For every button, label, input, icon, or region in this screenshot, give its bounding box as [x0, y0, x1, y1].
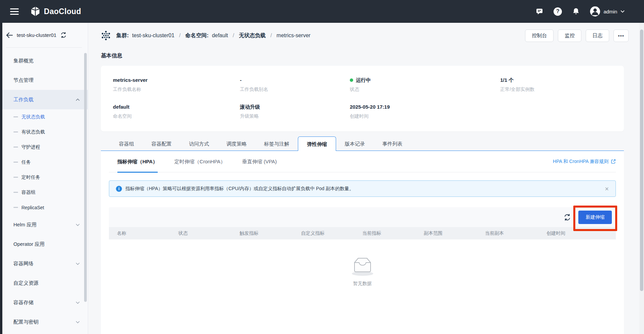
more-actions-button[interactable]: •••	[614, 30, 629, 42]
breadcrumb-namespace-label: 命名空间:	[185, 32, 208, 39]
chevron-down-icon	[76, 263, 80, 265]
external-link-icon	[611, 159, 616, 164]
hamburger-menu-icon[interactable]	[10, 8, 19, 15]
sidebar-item-cronjobs[interactable]: 定时任务	[0, 170, 88, 185]
tab-container-config[interactable]: 容器配置	[143, 136, 180, 151]
hpa-compatibility-link[interactable]: HPA 和 CronHPA 兼容规则	[553, 159, 616, 165]
subtab-cronhpa[interactable]: 定时伸缩（CronHPA）	[175, 151, 226, 172]
breadcrumb-cluster-value[interactable]: test-sku-cluster01	[132, 33, 174, 39]
sidebar-scrollbar[interactable]	[84, 53, 87, 302]
col-trigger-metric: 触发指标	[240, 230, 301, 236]
chevron-down-icon	[76, 321, 80, 323]
sidebar-item-node-management[interactable]: 节点管理	[0, 70, 88, 90]
dash-icon	[13, 116, 18, 117]
sidebar-item-helm-apps[interactable]: Helm 应用	[0, 215, 88, 234]
tab-events[interactable]: 事件列表	[374, 136, 411, 151]
breadcrumb-cluster-label: 集群:	[116, 32, 129, 39]
sidebar-item-pods[interactable]: 容器组	[0, 185, 88, 200]
logs-button[interactable]: 日志	[586, 30, 609, 42]
banner-close-icon[interactable]: ×	[605, 185, 609, 192]
tab-scheduling[interactable]: 调度策略	[218, 136, 255, 151]
sidebar-item-container-network[interactable]: 容器网络	[0, 254, 88, 273]
col-replica-range: 副本范围	[424, 230, 485, 236]
sidebar-item-container-storage[interactable]: 容器存储	[0, 293, 88, 312]
col-created-time: 创建时间	[546, 230, 608, 236]
sidebar-item-custom-resources[interactable]: 自定义资源	[0, 273, 88, 293]
sidebar: test-sku-cluster01 集群概览 节点管理 工作负载 无状态负载 …	[0, 23, 88, 334]
console-button[interactable]: 控制台	[525, 30, 554, 42]
create-scaling-button[interactable]: 新建伸缩	[578, 211, 612, 224]
chevron-up-icon	[76, 99, 80, 101]
detail-tabs: 容器组 容器配置 访问方式 调度策略 标签与注解 弹性伸缩 版本记录 事件列表	[101, 136, 624, 151]
tab-access[interactable]: 访问方式	[180, 136, 218, 151]
breadcrumb: 集群: test-sku-cluster01 / 命名空间: default /…	[101, 31, 311, 41]
sidebar-item-replicasets[interactable]: ReplicaSet	[0, 200, 88, 215]
tab-revisions[interactable]: 版本记录	[336, 136, 374, 151]
monitoring-button[interactable]: 监控	[558, 30, 581, 42]
user-chevron-down-icon	[621, 10, 625, 13]
user-menu[interactable]: admin	[590, 6, 625, 16]
subtab-vpa[interactable]: 垂直伸缩 (VPA)	[242, 151, 277, 172]
user-name: admin	[603, 9, 617, 14]
field-upgrade-policy: 滚动升级 升级策略	[240, 104, 350, 120]
autoscaling-panel: 指标伸缩（HPA） 定时伸缩（CronHPA） 垂直伸缩 (VPA) HPA 和…	[101, 151, 624, 334]
breadcrumb-workload-type[interactable]: 无状态负载	[239, 32, 266, 39]
empty-box-icon	[350, 255, 375, 277]
breadcrumb-workload-name: metrics-server	[276, 33, 310, 39]
daocloud-logo-icon	[31, 6, 40, 16]
dash-icon	[13, 207, 18, 208]
status-text: 运行中	[356, 77, 371, 83]
col-name: 名称	[117, 230, 178, 236]
tab-autoscaling[interactable]: 弹性伸缩	[298, 136, 336, 151]
dash-icon	[13, 177, 18, 178]
field-status: 运行中 状态	[350, 77, 500, 93]
sidebar-item-operator-apps[interactable]: Operator 应用	[0, 234, 88, 254]
dash-icon	[13, 131, 18, 132]
subtab-hpa[interactable]: 指标伸缩（HPA）	[117, 151, 158, 172]
chevron-down-icon	[76, 301, 80, 304]
col-current-metric: 当前指标	[363, 230, 424, 236]
field-workload-name: metrics-server 工作负载名称	[113, 77, 240, 93]
status-dot-icon	[350, 78, 353, 82]
field-workload-alias: - 工作负载别名	[240, 77, 350, 93]
notification-bell-icon[interactable]	[572, 7, 580, 15]
brand-logo[interactable]: DaoCloud	[31, 6, 81, 16]
top-header: DaoCloud ? admin	[0, 0, 644, 23]
dash-icon	[13, 147, 18, 148]
empty-text: 暂无数据	[353, 281, 372, 287]
sidebar-item-jobs[interactable]: 任务	[0, 155, 88, 170]
chevron-down-icon	[76, 224, 80, 226]
field-namespace: default 命名空间	[113, 104, 240, 120]
refresh-icon[interactable]	[564, 214, 571, 221]
sidebar-item-workloads[interactable]: 工作负载	[0, 90, 88, 109]
tab-pods[interactable]: 容器组	[110, 136, 143, 151]
dash-icon	[13, 162, 18, 163]
back-arrow-icon[interactable]	[6, 32, 13, 38]
basic-info-card: metrics-server 工作负载名称 - 工作负载别名 运行中 状态 1/…	[101, 66, 624, 131]
col-current-replicas: 当前副本	[485, 230, 546, 236]
switch-cluster-icon[interactable]	[60, 32, 67, 38]
hpa-info-banner: i 指标伸缩（HPA）策略可以根据资源利用率指标（CPU/内存）或自定义指标自动…	[109, 180, 616, 197]
sidebar-item-cluster-overview[interactable]: 集群概览	[0, 51, 88, 70]
breadcrumb-namespace-value[interactable]: default	[212, 33, 228, 39]
brand-name: DaoCloud	[44, 7, 81, 16]
hpa-table-header: 名称 状态 触发指标 自定义指标 当前指标 副本范围 当前副本 创建时间	[109, 227, 616, 239]
help-icon[interactable]: ?	[554, 7, 562, 16]
hpa-toolbar: 新建伸缩	[109, 207, 616, 227]
field-created-time: 2025-05-20 17:19 创建时间	[350, 104, 500, 120]
main-content: 集群: test-sku-cluster01 / 命名空间: default /…	[88, 23, 644, 334]
tab-labels-annotations[interactable]: 标签与注解	[255, 136, 298, 151]
sidebar-item-config-secrets[interactable]: 配置与密钥	[0, 312, 88, 332]
scaling-subtabs: 指标伸缩（HPA） 定时伸缩（CronHPA） 垂直伸缩 (VPA) HPA 和…	[109, 151, 616, 172]
sidebar-item-deployments[interactable]: 无状态负载	[0, 109, 88, 124]
sidebar-item-daemonsets[interactable]: 守护进程	[0, 140, 88, 155]
message-icon[interactable]	[535, 7, 543, 15]
field-empty	[500, 104, 612, 120]
sidebar-item-statefulsets[interactable]: 有状态负载	[0, 124, 88, 140]
page-scrollbar[interactable]	[640, 30, 643, 291]
sidebar-cluster-name: test-sku-cluster01	[17, 32, 56, 38]
info-icon: i	[116, 186, 122, 192]
field-instances: 1/1 个 正常/全部实例数	[500, 77, 612, 93]
col-custom-metric: 自定义指标	[301, 230, 362, 236]
empty-state: 暂无数据	[109, 255, 616, 287]
